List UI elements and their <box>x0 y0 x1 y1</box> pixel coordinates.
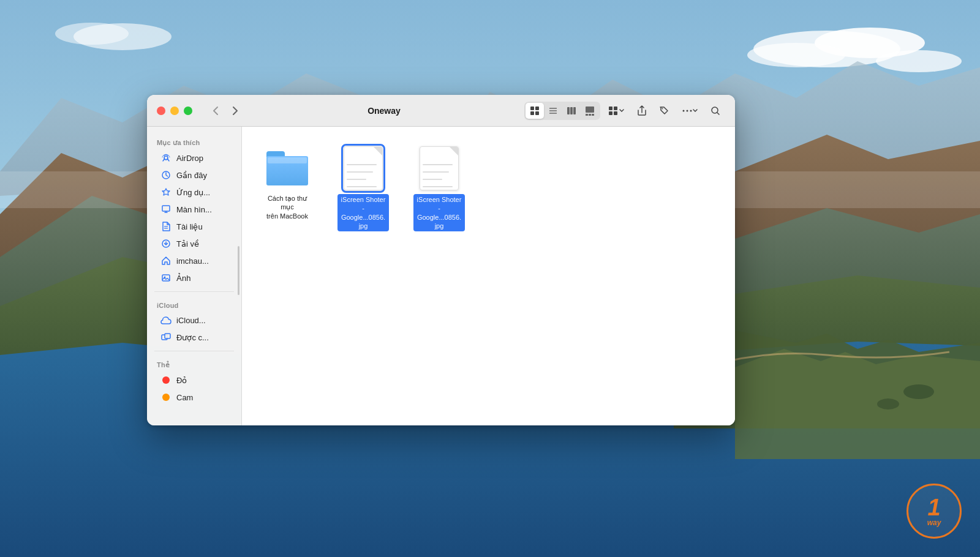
sidebar-item-photos[interactable]: Ảnh <box>151 269 238 286</box>
maximize-button[interactable] <box>184 107 192 115</box>
sidebar-label-airdrop: AirDrop <box>176 154 203 163</box>
svg-rect-18 <box>530 107 534 110</box>
folder-graphic <box>266 151 308 185</box>
file-grid: Cách tạo thư mụctrên MacBook <box>257 141 720 236</box>
sidebar: Mục ưa thích AirDrop <box>147 127 242 425</box>
sidebar-divider-2 <box>154 351 234 351</box>
tag-button[interactable] <box>654 101 674 121</box>
svg-rect-50 <box>162 275 170 281</box>
apps-icon <box>160 187 172 198</box>
view-column-button[interactable] <box>562 103 581 119</box>
orange-tag-icon <box>160 392 172 403</box>
sidebar-item-desktop[interactable]: Màn hìn... <box>151 201 238 218</box>
window-controls <box>157 107 192 115</box>
sidebar-item-recent[interactable]: Gần đây <box>151 166 238 184</box>
folder-item[interactable]: Cách tạo thư mụctrên MacBook <box>257 141 318 236</box>
svg-marker-14 <box>735 349 980 459</box>
file-item-2[interactable]: iScreen Shoter -Google...0856.jpg <box>409 141 470 236</box>
window-title: Oneway <box>251 106 517 116</box>
view-icon-button[interactable] <box>526 103 544 119</box>
svg-rect-33 <box>614 107 617 110</box>
svg-point-37 <box>683 110 685 111</box>
sidebar-item-apps[interactable]: Ứng dụ... <box>151 184 238 201</box>
svg-point-4 <box>876 50 962 72</box>
view-group <box>524 102 600 120</box>
sidebar-item-imchau[interactable]: imchau... <box>151 252 238 269</box>
close-button[interactable] <box>157 107 165 115</box>
doc-line <box>423 171 449 173</box>
shared-icon <box>160 332 172 343</box>
minimize-button[interactable] <box>170 107 179 115</box>
search-button[interactable] <box>706 101 725 121</box>
svg-line-41 <box>717 113 719 114</box>
svg-point-15 <box>903 384 934 399</box>
svg-rect-19 <box>535 107 539 110</box>
tags-label: Thẻ <box>147 356 241 372</box>
svg-point-16 <box>877 398 899 409</box>
sidebar-label-apps: Ứng dụ... <box>176 188 210 197</box>
nav-buttons <box>207 102 244 119</box>
doc-line <box>347 171 373 173</box>
file-name-1: iScreen Shoter -Google...0856.jpg <box>337 194 389 231</box>
doc-corner-1 <box>374 147 382 155</box>
content-area: Mục ưa thích AirDrop <box>147 127 735 425</box>
view-list-button[interactable] <box>544 103 562 119</box>
svg-rect-34 <box>609 111 612 115</box>
doc-line <box>423 186 453 187</box>
sidebar-item-airdrop[interactable]: AirDrop <box>151 149 238 166</box>
sidebar-item-orange-tag[interactable]: Cam <box>151 389 238 406</box>
svg-rect-31 <box>592 114 594 116</box>
svg-point-6 <box>55 23 129 45</box>
svg-point-38 <box>687 110 688 111</box>
share-button[interactable] <box>632 101 652 121</box>
file-name-2: iScreen Shoter -Google...0856.jpg <box>413 194 465 231</box>
forward-button[interactable] <box>227 102 244 119</box>
doc-line <box>423 179 442 180</box>
folder-sheen <box>268 157 307 163</box>
view-gallery-button[interactable] <box>581 103 599 119</box>
main-content: Cách tạo thư mụctrên MacBook <box>242 127 735 425</box>
back-button[interactable] <box>207 102 224 119</box>
file-icon-container-1 <box>341 146 385 190</box>
doc-corner-2 <box>450 147 458 155</box>
file-item-1[interactable]: iScreen Shoter -Google...0856.jpg <box>333 141 394 236</box>
icloud-label: iCloud <box>147 297 241 312</box>
red-tag-icon <box>160 375 172 386</box>
sidebar-item-icloud[interactable]: iCloud... <box>151 312 238 329</box>
doc-icon <box>160 221 172 232</box>
favorites-label: Mục ưa thích <box>147 134 241 149</box>
sidebar-divider-1 <box>154 291 234 292</box>
sidebar-item-downloads[interactable]: Tải về <box>151 235 238 252</box>
download-icon <box>160 238 172 249</box>
airdrop-icon <box>160 152 172 163</box>
sidebar-item-documents[interactable]: Tài liệu <box>151 218 238 235</box>
svg-rect-29 <box>586 114 588 116</box>
svg-rect-20 <box>530 111 534 115</box>
doc-content-2 <box>423 158 456 190</box>
clock-icon <box>160 170 172 181</box>
svg-point-39 <box>690 110 692 111</box>
scroll-indicator <box>238 246 239 295</box>
svg-rect-27 <box>573 107 576 114</box>
doc-line <box>347 186 377 187</box>
doc-thumbnail-1 <box>344 146 383 190</box>
title-bar: Oneway <box>147 95 735 127</box>
toolbar-icons <box>524 101 725 121</box>
sidebar-label-desktop: Màn hìn... <box>176 205 212 214</box>
sidebar-label-icloud: iCloud... <box>176 316 206 325</box>
home-icon <box>160 255 172 266</box>
doc-thumbnail-2 <box>420 146 459 190</box>
sidebar-item-shared[interactable]: Được c... <box>151 329 238 346</box>
doc-line <box>423 164 453 165</box>
sidebar-label-red: Đỏ <box>176 376 187 385</box>
sidebar-item-red-tag[interactable]: Đỏ <box>151 372 238 389</box>
svg-rect-25 <box>567 107 570 114</box>
doc-line <box>347 164 377 165</box>
svg-rect-35 <box>614 111 617 115</box>
file-icon-container-2 <box>417 146 461 190</box>
actions-button[interactable] <box>603 101 630 121</box>
doc-content-1 <box>347 158 380 190</box>
photo-icon <box>160 272 172 283</box>
more-button[interactable] <box>676 101 703 121</box>
sidebar-label-imchau: imchau... <box>176 256 209 266</box>
